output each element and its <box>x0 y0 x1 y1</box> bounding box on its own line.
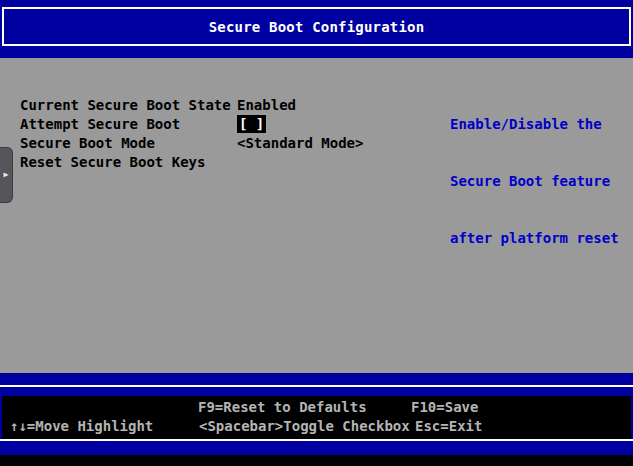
option-label: Current Secure Boot State <box>20 96 237 115</box>
side-panel-handle[interactable]: ▶ <box>0 147 13 203</box>
option-label: Reset Secure Boot Keys <box>20 153 237 172</box>
option-row-reset-secure-boot-keys[interactable]: Reset Secure Boot Keys <box>20 153 363 172</box>
help-line: after platform reset <box>450 229 625 248</box>
hotkey-f10-save: F10=Save <box>411 398 478 417</box>
option-label: Secure Boot Mode <box>20 134 237 153</box>
hotkey-move-highlight: ↑↓=Move Highlight <box>10 417 153 436</box>
option-value: Enabled <box>237 96 296 115</box>
arrow-right-icon: ▶ <box>4 171 9 179</box>
hotkey-esc-exit: Esc=Exit <box>415 417 482 436</box>
page-title: Secure Boot Configuration <box>209 19 425 35</box>
option-row-attempt-secure-boot[interactable]: Attempt Secure Boot [ ] <box>20 115 363 134</box>
option-row-current-secure-boot-state: Current Secure Boot State Enabled <box>20 96 363 115</box>
divider <box>0 385 633 387</box>
divider <box>0 439 633 441</box>
hotkey-spacebar-toggle: <Spacebar>Toggle Checkbox <box>199 417 410 436</box>
help-line: Enable/Disable the <box>450 115 625 134</box>
option-label: Attempt Secure Boot <box>20 115 237 134</box>
help-panel: Enable/Disable the Secure Boot feature a… <box>450 77 625 286</box>
help-line: Secure Boot feature <box>450 172 625 191</box>
title-bar: Secure Boot Configuration <box>2 7 631 46</box>
options-list: Current Secure Boot State Enabled Attemp… <box>20 96 363 172</box>
bottom-margin <box>0 455 633 466</box>
secure-boot-mode-select[interactable]: <Standard Mode> <box>237 134 363 153</box>
option-row-secure-boot-mode[interactable]: Secure Boot Mode <Standard Mode> <box>20 134 363 153</box>
hotkey-bar: F9=Reset to Defaults F10=Save ↑↓=Move Hi… <box>2 396 631 439</box>
bios-secure-boot-screen: Secure Boot Configuration Current Secure… <box>0 0 633 466</box>
hotkey-f9-reset-defaults: F9=Reset to Defaults <box>198 398 367 417</box>
secure-boot-checkbox[interactable]: [ ] <box>237 115 266 133</box>
main-panel: Current Secure Boot State Enabled Attemp… <box>0 58 633 373</box>
